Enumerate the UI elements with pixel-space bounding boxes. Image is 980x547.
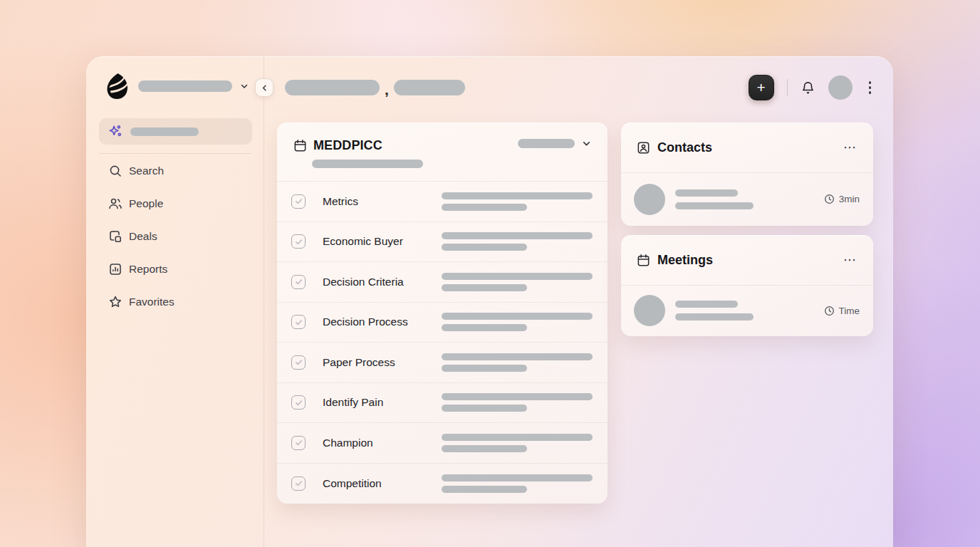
add-button[interactable]: + <box>749 75 774 100</box>
checklist-label: Paper Process <box>323 356 395 369</box>
checkbox[interactable] <box>291 315 306 329</box>
contacts-card-header: Contacts ⋯ <box>621 123 873 173</box>
main-content: , + MEDDPICC <box>264 56 893 547</box>
sidebar: Search People Deals <box>86 56 264 547</box>
meetings-card: Meetings ⋯ Time <box>621 235 873 336</box>
checklist-label: Metrics <box>323 195 358 208</box>
ai-item-skeleton <box>130 127 199 136</box>
nav-label: People <box>129 197 163 210</box>
contact-name-skeleton <box>675 189 738 197</box>
checklist-row-decision-criteria: Decision Criteria <box>277 262 608 303</box>
contact-badge-icon <box>636 140 651 155</box>
checklist-row-paper-process: Paper Process <box>277 343 608 383</box>
row-skeleton <box>442 393 593 400</box>
card-title: MEDDPICC <box>313 138 382 153</box>
clock-icon <box>824 194 835 204</box>
user-avatar[interactable] <box>828 75 853 100</box>
contact-duration: 3min <box>824 194 860 204</box>
checklist-label: Identify Pain <box>323 396 383 409</box>
sidebar-item-ai-assistant[interactable] <box>99 118 252 145</box>
row-skeleton <box>442 486 527 493</box>
checklist-row-champion: Champion <box>277 423 608 464</box>
checklist-row-economic-buyer: Economic Buyer <box>277 222 608 263</box>
star-icon <box>108 295 123 309</box>
kebab-menu-icon[interactable] <box>865 78 875 96</box>
row-skeleton <box>442 273 593 280</box>
greeting-separator: , <box>385 84 389 95</box>
row-skeleton <box>442 353 593 360</box>
row-skeleton <box>442 313 593 320</box>
sidebar-item-search[interactable]: Search <box>86 155 264 187</box>
checklist-label: Competition <box>323 477 382 490</box>
contacts-card: Contacts ⋯ 3min <box>621 123 873 226</box>
calendar-icon <box>293 138 308 153</box>
nav-label: Deals <box>129 230 157 243</box>
username-skeleton <box>394 80 465 95</box>
row-skeleton <box>442 474 593 481</box>
app-window: Search People Deals <box>86 56 893 547</box>
app-logo-flame-icon <box>105 72 131 100</box>
clock-icon <box>824 306 835 316</box>
time-text: Time <box>839 306 860 316</box>
checkbox[interactable] <box>291 476 306 491</box>
chevron-down-icon[interactable] <box>239 81 249 91</box>
workspace-switcher[interactable] <box>105 71 249 102</box>
meetings-card-header: Meetings ⋯ <box>621 235 873 286</box>
meddpicc-dropdown[interactable] <box>518 138 592 149</box>
sidebar-item-deals[interactable]: Deals <box>86 220 264 253</box>
checkbox[interactable] <box>291 234 306 249</box>
row-skeleton <box>442 445 527 452</box>
card-title: Meetings <box>657 253 835 268</box>
checkbox[interactable] <box>291 275 306 289</box>
avatar <box>634 184 665 215</box>
row-skeleton <box>442 192 593 199</box>
people-icon <box>108 197 123 211</box>
checkbox[interactable] <box>291 355 306 370</box>
calendar-icon <box>636 253 651 268</box>
chevron-down-icon <box>581 138 592 149</box>
row-skeleton <box>442 204 527 211</box>
row-skeleton <box>442 324 527 331</box>
meddpicc-card-header: MEDDPICC <box>277 123 608 182</box>
contact-list-item[interactable]: 3min <box>621 173 873 225</box>
meeting-detail-skeleton <box>675 313 754 321</box>
row-skeleton <box>442 434 593 441</box>
checklist-row-competition: Competition <box>277 464 608 504</box>
row-skeleton <box>442 244 527 251</box>
checkbox[interactable] <box>291 194 306 209</box>
search-icon <box>108 164 123 178</box>
checkbox[interactable] <box>291 395 306 410</box>
header-actions: + <box>749 73 875 102</box>
meeting-title-skeleton <box>675 301 738 308</box>
greeting-heading: , <box>285 80 465 95</box>
sidebar-nav: Search People Deals <box>86 155 264 318</box>
sidebar-item-people[interactable]: People <box>86 187 264 220</box>
row-skeleton <box>442 284 527 291</box>
notifications-bell-icon[interactable] <box>801 80 815 95</box>
meeting-time: Time <box>824 306 860 316</box>
meddpicc-card: MEDDPICC Metrics <box>277 123 608 504</box>
ellipsis-menu-icon[interactable]: ⋯ <box>842 254 858 266</box>
row-skeleton <box>442 232 593 239</box>
checklist-label: Champion <box>323 437 373 449</box>
card-subtitle-skeleton <box>312 160 423 168</box>
ellipsis-menu-icon[interactable]: ⋯ <box>842 141 858 154</box>
sidebar-item-favorites[interactable]: Favorites <box>86 286 264 318</box>
actions-divider <box>787 79 788 96</box>
nav-label: Search <box>129 165 164 177</box>
checklist-row-metrics: Metrics <box>277 182 608 222</box>
sparkles-icon <box>108 124 123 139</box>
card-title: Contacts <box>657 140 835 155</box>
desktop-background: Search People Deals <box>0 0 980 547</box>
checkbox[interactable] <box>291 436 306 450</box>
reports-icon <box>108 262 123 276</box>
meeting-list-item[interactable]: Time <box>621 286 873 335</box>
checklist-label: Decision Criteria <box>323 276 404 288</box>
checklist-row-decision-process: Decision Process <box>277 303 608 343</box>
meddpicc-checklist: Metrics Economic Buyer Decision Criteria <box>277 182 608 504</box>
deals-icon <box>108 229 123 244</box>
sidebar-item-reports[interactable]: Reports <box>86 253 264 286</box>
duration-text: 3min <box>839 194 860 204</box>
row-skeleton <box>442 405 527 412</box>
sidebar-collapse-button[interactable] <box>255 78 273 97</box>
